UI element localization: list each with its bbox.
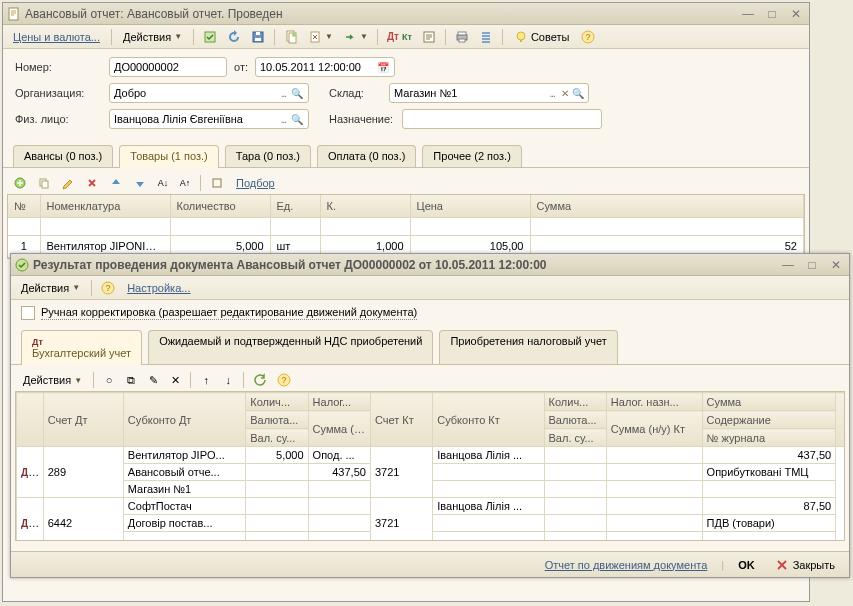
- copy-row-icon[interactable]: [33, 173, 55, 193]
- delete-row-icon[interactable]: [81, 173, 103, 193]
- result-doc-icon: [15, 258, 29, 272]
- refresh-icon[interactable]: [223, 27, 245, 47]
- col-qty[interactable]: Количество: [170, 195, 270, 217]
- minimize-button[interactable]: —: [739, 7, 757, 21]
- scroll-head[interactable]: [836, 393, 845, 447]
- col-nom[interactable]: Номенклатура: [40, 195, 170, 217]
- tab-accounting[interactable]: ДтБухгалтерский учет: [21, 330, 142, 365]
- col-tax-dt[interactable]: Налог...: [308, 393, 370, 411]
- acct-add-icon[interactable]: ○: [99, 370, 119, 390]
- warehouse-field[interactable]: ...✕🔍: [389, 83, 589, 103]
- table-row[interactable]: [8, 217, 804, 235]
- result-maximize-button[interactable]: □: [803, 258, 821, 272]
- purpose-field[interactable]: [402, 109, 602, 129]
- table-row[interactable]: ДтКт 6442 СофтПостач 3721 Іванцова Лілія…: [17, 498, 846, 515]
- sort-asc-icon[interactable]: А↓: [153, 173, 173, 193]
- col-qty-kt[interactable]: Колич...: [544, 393, 606, 411]
- tab-payment[interactable]: Оплата (0 поз.): [317, 145, 416, 167]
- tab-other[interactable]: Прочее (2 поз.): [422, 145, 521, 167]
- tab-advances[interactable]: Авансы (0 поз.): [13, 145, 113, 167]
- acct-actions-menu[interactable]: Действия▼: [17, 370, 88, 390]
- result-minimize-button[interactable]: —: [779, 258, 797, 272]
- edit-row-icon[interactable]: [57, 173, 79, 193]
- move-up-icon[interactable]: [105, 173, 127, 193]
- acct-delete-icon[interactable]: ✕: [165, 370, 185, 390]
- report-link[interactable]: Отчет по движениям документа: [545, 559, 708, 571]
- dtkt-icon: ДтКт: [21, 466, 43, 478]
- org-search-icon[interactable]: 🔍: [290, 88, 304, 99]
- col-sub-dt[interactable]: Субконто Дт: [123, 393, 245, 447]
- org-field[interactable]: ...🔍: [109, 83, 309, 103]
- acct-down-icon[interactable]: ↓: [218, 370, 238, 390]
- number-field[interactable]: [109, 57, 227, 77]
- ok-button[interactable]: OK: [732, 557, 761, 573]
- person-select-icon[interactable]: ...: [277, 114, 291, 125]
- post-icon[interactable]: [199, 27, 221, 47]
- acct-copy-icon[interactable]: ⧉: [121, 370, 141, 390]
- svg-text:?: ?: [106, 283, 111, 293]
- tab-vat[interactable]: Ожидаемый и подтвержденный НДС приобрете…: [148, 330, 433, 364]
- print-icon[interactable]: [451, 27, 473, 47]
- acct-up-icon[interactable]: ↑: [196, 370, 216, 390]
- tab-goods[interactable]: Товары (1 поз.): [119, 145, 218, 168]
- print-form-icon[interactable]: [418, 27, 440, 47]
- goods-toolbar: А↓ А↑ Подбор: [7, 172, 805, 194]
- warehouse-clear-icon[interactable]: ✕: [558, 88, 571, 99]
- date-field[interactable]: 📅: [255, 57, 395, 77]
- warehouse-search-icon[interactable]: 🔍: [571, 88, 584, 99]
- svg-rect-14: [520, 40, 522, 42]
- result-close-button[interactable]: ✕: [827, 258, 845, 272]
- tab-tare[interactable]: Тара (0 поз.): [225, 145, 311, 167]
- svg-point-7: [292, 33, 296, 37]
- manual-label: Ручная корректировка (разрешает редактир…: [41, 306, 417, 320]
- settings-icon[interactable]: [206, 173, 228, 193]
- dtkt-icon[interactable]: ДтКт: [383, 27, 416, 47]
- result-actions-menu[interactable]: Действия▼: [15, 278, 86, 298]
- col-tax-kt[interactable]: Налог. назн...: [606, 393, 702, 411]
- col-sub-kt[interactable]: Субконто Кт: [433, 393, 544, 447]
- maximize-button[interactable]: □: [763, 7, 781, 21]
- org-select-icon[interactable]: ...: [277, 88, 291, 99]
- save-icon[interactable]: [247, 27, 269, 47]
- person-field[interactable]: ...🔍: [109, 109, 309, 129]
- settings-link[interactable]: Настройка...: [127, 282, 190, 294]
- close-footer-button[interactable]: Закрыть: [769, 556, 841, 574]
- col-acc-kt[interactable]: Счет Кт: [370, 393, 432, 447]
- help-icon[interactable]: ?: [577, 27, 599, 47]
- close-button[interactable]: ✕: [787, 7, 805, 21]
- actions-menu[interactable]: Действия▼: [117, 27, 188, 47]
- table-row[interactable]: ДтКт 289 Вентилятор JIPO... 5,000 Опод. …: [17, 447, 846, 464]
- acct-edit-icon[interactable]: ✎: [143, 370, 163, 390]
- copy-doc-icon[interactable]: [280, 27, 302, 47]
- go-to-icon[interactable]: ▼: [339, 27, 372, 47]
- list-icon[interactable]: [475, 27, 497, 47]
- main-title: Авансовый отчет: Авансовый отчет. Провед…: [25, 7, 739, 21]
- struct-menu-icon[interactable]: ▼: [304, 27, 337, 47]
- sort-desc-icon[interactable]: А↑: [175, 173, 195, 193]
- calendar-icon[interactable]: 📅: [376, 62, 390, 73]
- tab-body: А↓ А↑ Подбор № Номенклатура Количество Е…: [3, 168, 809, 263]
- col-qty-dt[interactable]: Колич...: [246, 393, 308, 411]
- acct-refresh-icon[interactable]: [249, 370, 271, 390]
- prices-link[interactable]: Цены и валюта...: [13, 31, 100, 43]
- col-acc-dt[interactable]: Счет Дт: [43, 393, 123, 447]
- manual-checkbox[interactable]: [21, 306, 35, 320]
- add-row-icon[interactable]: [9, 173, 31, 193]
- person-search-icon[interactable]: 🔍: [290, 114, 304, 125]
- accounting-grid: Счет Дт Субконто Дт Колич... Налог... Сч…: [15, 391, 845, 541]
- col-unit[interactable]: Ед.: [270, 195, 320, 217]
- col-sum[interactable]: Сумма: [530, 195, 804, 217]
- warehouse-select-icon[interactable]: ...: [546, 88, 559, 99]
- tips-button[interactable]: Советы: [508, 27, 575, 47]
- col-k[interactable]: К.: [320, 195, 410, 217]
- col-n[interactable]: №: [8, 195, 40, 217]
- person-label: Физ. лицо:: [15, 113, 105, 125]
- col-sum[interactable]: Сумма: [702, 393, 836, 411]
- select-link[interactable]: Подбор: [236, 177, 275, 189]
- tab-tax[interactable]: Приобретения налоговый учет: [439, 330, 617, 364]
- result-help-icon[interactable]: ?: [97, 278, 119, 298]
- col-price[interactable]: Цена: [410, 195, 530, 217]
- vscroll[interactable]: [836, 447, 845, 542]
- move-down-icon[interactable]: [129, 173, 151, 193]
- acct-help-icon[interactable]: ?: [273, 370, 295, 390]
